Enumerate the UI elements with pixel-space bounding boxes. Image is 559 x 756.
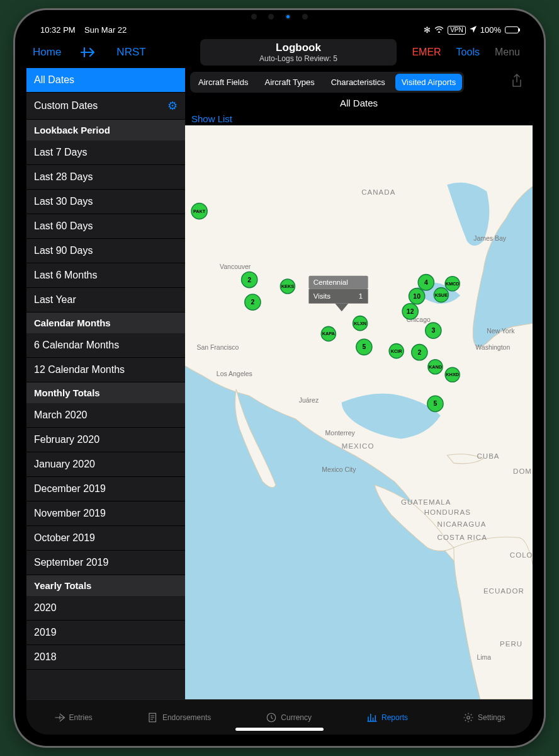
home-button[interactable]: Home [33, 46, 61, 59]
tools-button[interactable]: Tools [456, 47, 480, 58]
home-indicator[interactable] [235, 728, 324, 731]
airport-marker-label: PAKT [193, 209, 206, 214]
dnd-icon: ✻ [424, 25, 431, 35]
city-mexicocity: Mexico City [322, 466, 356, 473]
sidebar-item[interactable]: 6 Calendar Months [26, 333, 185, 358]
airport-marker-label: 5 [362, 343, 366, 350]
sidebar-item[interactable]: 2018 [26, 645, 185, 670]
label-ecuador: ECUADOR [483, 587, 524, 595]
svg-point-4 [467, 716, 470, 719]
callout-stat-value: 1 [359, 292, 363, 300]
tab-endorsements-label: Endorsements [162, 713, 211, 722]
tab-entries-label: Entries [69, 713, 93, 722]
sidebar-item: Yearly Totals [26, 575, 185, 596]
page-subtitle: Auto-Logs to Review: 5 [206, 54, 390, 63]
sidebar-item[interactable]: December 2019 [26, 477, 185, 501]
sensor-array [251, 14, 308, 20]
sidebar-item[interactable]: February 2020 [26, 428, 185, 452]
city-ny: New York [487, 328, 515, 335]
city-washington: Washington [475, 344, 510, 351]
report-subtitle: All Dates [185, 96, 533, 112]
report-type-segmented[interactable]: Aircraft FieldsAircraft TypesCharacteris… [190, 72, 464, 93]
airport-marker-label: KAPA [322, 331, 336, 336]
airport-marker-label: KAND [429, 364, 442, 370]
label-honduras: HONDURAS [424, 508, 471, 516]
sidebar-item[interactable]: 2020 [26, 596, 185, 621]
navigation-bar: Home NRST Logbook Auto-Logs to Review: 5… [26, 37, 533, 68]
sidebar-item[interactable]: September 2019 [26, 551, 185, 575]
label-costarica: COSTA RICA [438, 534, 487, 541]
city-lima: Lima [477, 654, 491, 661]
segment-visited-airports[interactable]: Visited Airports [395, 74, 462, 91]
show-list-button[interactable]: Show List [185, 112, 533, 125]
sidebar-item[interactable]: January 2020 [26, 452, 185, 477]
label-mexico: MEXICO [342, 442, 375, 450]
label-guatemala: GUATEMALA [401, 498, 451, 506]
segment-aircraft-types[interactable]: Aircraft Types [258, 74, 320, 91]
sidebar-item[interactable]: November 2019 [26, 501, 185, 526]
page-title: Logbook [206, 42, 390, 54]
menu-button[interactable]: Menu [495, 47, 520, 58]
sidebar-item[interactable]: Last 90 Days [26, 239, 185, 263]
sidebar-item[interactable]: 2019 [26, 621, 185, 645]
airport-marker-label: KHXD [446, 372, 459, 377]
callout-title: Centennial [313, 278, 348, 286]
date-range-sidebar[interactable]: All DatesCustom Dates⚙Lookback PeriodLas… [26, 68, 185, 699]
tab-reports[interactable]: Reports [366, 712, 408, 723]
sidebar-item[interactable]: Last 60 Days [26, 214, 185, 239]
share-icon[interactable] [506, 74, 528, 91]
nav-title-area[interactable]: Logbook Auto-Logs to Review: 5 [200, 39, 397, 66]
label-nicaragua: NICARAGUA [438, 520, 487, 528]
city-jamesbay: James Bay [473, 235, 507, 242]
city-juarez: Juárez [299, 397, 319, 404]
wifi-icon [434, 25, 444, 35]
vpn-badge: VPN [448, 26, 466, 35]
city-la: Los Angeles [217, 370, 252, 377]
airport-marker-label: 2 [247, 277, 251, 284]
airport-marker-label: KLXN [354, 321, 366, 326]
tab-currency-label: Currency [281, 713, 312, 722]
visited-airports-map[interactable]: CANADA MEXICO CUBA DOMINI REPUE GUATEMAL… [185, 125, 533, 699]
label-domrep: DOMINI REPUE [513, 467, 533, 475]
sidebar-item: Lookback Period [26, 120, 185, 140]
location-icon [470, 25, 477, 35]
sidebar-item[interactable]: Last 30 Days [26, 190, 185, 214]
sidebar-item[interactable]: Custom Dates⚙ [26, 93, 185, 120]
sidebar-item[interactable]: 12 Calendar Months [26, 358, 185, 382]
sidebar-item[interactable]: All Dates [26, 68, 185, 93]
sidebar-item[interactable]: Last 6 Months [26, 263, 185, 288]
emer-button[interactable]: EMER [412, 47, 441, 58]
sidebar-item[interactable]: March 2020 [26, 403, 185, 428]
segment-characteristics[interactable]: Characteristics [325, 74, 392, 91]
label-canada: CANADA [361, 188, 395, 196]
segment-aircraft-fields[interactable]: Aircraft Fields [192, 74, 254, 91]
nrst-button[interactable]: NRST [116, 46, 145, 59]
battery-pct: 100% [480, 25, 501, 35]
sidebar-item[interactable]: Last 28 Days [26, 165, 185, 190]
sidebar-item[interactable]: October 2019 [26, 526, 185, 551]
battery-icon [505, 26, 519, 33]
status-time: 10:32 PM [40, 25, 76, 35]
status-date: Sun Mar 22 [84, 25, 127, 35]
label-cuba: CUBA [477, 452, 499, 460]
sidebar-item[interactable]: Last 7 Days [26, 140, 185, 165]
tab-currency[interactable]: Currency [266, 712, 312, 723]
label-colombia: COLOMBI [510, 551, 533, 559]
airport-marker-label: 4 [424, 279, 428, 286]
direct-to-icon[interactable] [80, 46, 98, 59]
status-bar: 10:32 PM Sun Mar 22 ✻ VPN 100% [26, 21, 533, 37]
sidebar-item[interactable]: Last Year [26, 288, 185, 312]
tab-settings[interactable]: Settings [463, 712, 505, 723]
city-sf: San Francisco [196, 344, 239, 351]
city-vancouver: Vancouver [220, 263, 251, 270]
airport-marker-label: KMCD [446, 281, 460, 287]
airport-marker-label: 12 [407, 308, 414, 315]
airport-marker-label: 2 [417, 349, 421, 356]
tab-entries[interactable]: Entries [54, 712, 93, 723]
sidebar-item: Monthly Totals [26, 382, 185, 403]
gear-icon[interactable]: ⚙ [167, 99, 178, 113]
sidebar-item: Calendar Months [26, 312, 185, 333]
tab-endorsements[interactable]: Endorsements [147, 712, 211, 723]
airport-marker-label: 3 [431, 327, 435, 334]
south-america [454, 537, 533, 699]
